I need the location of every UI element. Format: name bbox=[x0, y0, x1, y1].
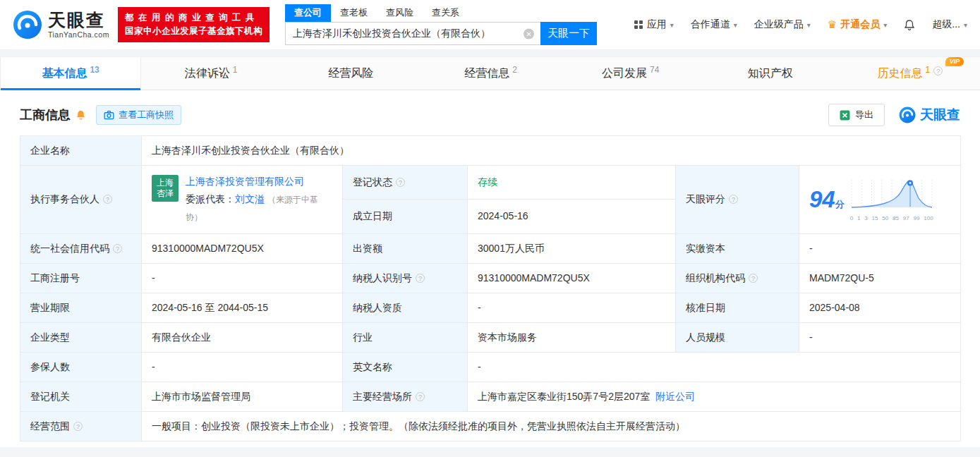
nav-cooperation[interactable]: 合作通道 ▾ bbox=[691, 18, 737, 31]
help-icon[interactable]: ? bbox=[729, 195, 738, 204]
rep-name-link[interactable]: 刘文溢 bbox=[235, 193, 265, 205]
label-cell: 英文名称 bbox=[343, 352, 468, 382]
search-tab-boss[interactable]: 查老板 bbox=[331, 4, 377, 22]
search-tab-risk[interactable]: 查风险 bbox=[377, 4, 423, 22]
help-icon[interactable]: ? bbox=[103, 195, 112, 204]
watermark-brand: 天眼查 bbox=[899, 106, 960, 124]
nav-apps[interactable]: 应用 ▾ bbox=[634, 18, 674, 31]
label-cell: 统一社会信用代码? bbox=[20, 233, 142, 263]
tab-label: 经营风险 bbox=[328, 66, 373, 81]
value-cell: 有限合伙企业 bbox=[142, 322, 343, 352]
partner-logo: 上海 杏泽 bbox=[152, 175, 179, 202]
field-label: 英文名称 bbox=[353, 361, 392, 372]
nearby-companies-link[interactable]: 附近公司 bbox=[655, 391, 695, 402]
insured-value: - bbox=[152, 361, 155, 372]
taxpayer-quality-value: - bbox=[478, 302, 481, 313]
page-tabs: 基本信息 13 法律诉讼 1 经营风险 经营信息 2 公司发展 74 知识产权 … bbox=[0, 56, 980, 90]
label-cell: 成立日期 bbox=[343, 200, 468, 233]
tab-legal[interactable]: 法律诉讼 1 bbox=[141, 57, 281, 90]
field-label: 统一社会信用代码 bbox=[30, 243, 109, 254]
nav-open-vip[interactable]: ♛ 开通会员 ▾ bbox=[828, 18, 887, 31]
tab-label: 经营信息 bbox=[464, 66, 509, 81]
tab-label: 知识产权 bbox=[748, 66, 793, 81]
snapshot-button[interactable]: 查看工商快照 bbox=[96, 105, 181, 125]
staff-value: - bbox=[809, 331, 813, 343]
value-cell: - bbox=[142, 352, 343, 382]
help-icon[interactable]: ? bbox=[396, 178, 405, 187]
tab-company-development[interactable]: 公司发展 74 bbox=[561, 57, 701, 90]
nav-enterprise-label: 企业级产品 bbox=[754, 18, 804, 31]
grid-icon bbox=[634, 20, 643, 30]
partner-company-link[interactable]: 上海杏泽投资管理有限公司 bbox=[186, 176, 304, 187]
help-icon[interactable]: ? bbox=[113, 244, 122, 253]
notification-bell[interactable] bbox=[904, 19, 915, 31]
label-cell: 实缴资本 bbox=[676, 233, 799, 263]
search-button[interactable]: 天眼一下 bbox=[540, 22, 597, 45]
watermark-brand-label: 天眼查 bbox=[920, 106, 960, 124]
nav-account[interactable]: 超级... ▾ bbox=[932, 18, 967, 31]
field-label: 工商注册号 bbox=[30, 272, 80, 284]
value-cell: - bbox=[142, 263, 343, 293]
label-cell: 经营范围? bbox=[20, 411, 142, 441]
tab-label: 基本信息 bbox=[42, 66, 87, 81]
partner-cell: 上海 杏泽 上海杏泽投资管理有限公司 委派代表：刘文溢 （来源于中基协） bbox=[142, 166, 343, 234]
subscribe-bell-icon[interactable] bbox=[75, 109, 86, 121]
help-icon[interactable]: ? bbox=[933, 66, 943, 75]
value-cell: 91310000MADM72QU5X bbox=[468, 263, 676, 293]
label-cell: 纳税人识别号? bbox=[343, 263, 468, 293]
tab-operation-risk[interactable]: 经营风险 bbox=[281, 57, 421, 90]
search-tab-company[interactable]: 查公司 bbox=[285, 4, 331, 22]
establish-date-value: 2024-05-16 bbox=[478, 210, 528, 221]
clear-search-icon[interactable]: ✕ bbox=[524, 28, 534, 39]
value-cell: 一般项目：创业投资（限投资未上市企业）；投资管理。（除依法须经批准的项目外，凭营… bbox=[142, 411, 961, 441]
field-label: 成立日期 bbox=[353, 210, 392, 221]
label-cell: 核准日期 bbox=[676, 293, 799, 322]
export-button[interactable]: 导出 bbox=[828, 104, 885, 126]
label-cell: 组织机构代码? bbox=[676, 263, 799, 293]
search-tab-relation[interactable]: 查关系 bbox=[423, 4, 468, 22]
label-cell: 登记状态? bbox=[343, 166, 468, 200]
chevron-down-icon: ▾ bbox=[670, 21, 674, 29]
tab-basic-info[interactable]: 基本信息 13 bbox=[0, 57, 141, 90]
help-icon[interactable]: ? bbox=[416, 392, 425, 401]
nav-account-label: 超级... bbox=[932, 18, 960, 31]
header-nav: 应用 ▾ 合作通道 ▾ 企业级产品 ▾ ♛ 开通会员 ▾ 超级... ▾ bbox=[634, 18, 967, 31]
help-icon[interactable]: ? bbox=[416, 274, 425, 283]
camera-icon bbox=[104, 110, 114, 120]
value-cell: 资本市场服务 bbox=[468, 322, 676, 352]
authority-value: 上海市市场监督管理局 bbox=[152, 391, 250, 402]
field-label: 出资额 bbox=[353, 243, 382, 254]
chevron-down-icon: ▾ bbox=[734, 21, 737, 29]
search-input[interactable] bbox=[285, 22, 540, 45]
value-cell: 2024-05-16 bbox=[468, 200, 676, 233]
field-label: 执行事务合伙人 bbox=[30, 193, 99, 205]
site-logo[interactable]: 天眼查 TianYanCha.com bbox=[13, 10, 109, 39]
excel-icon bbox=[840, 110, 850, 121]
capital-value: 30001万人民币 bbox=[478, 243, 545, 254]
label-cell: 营业期限 bbox=[20, 293, 142, 322]
paid-capital-value: - bbox=[809, 243, 813, 254]
snapshot-button-label: 查看工商快照 bbox=[119, 109, 174, 121]
tab-operation-info[interactable]: 经营信息 2 bbox=[421, 57, 560, 90]
field-label: 组织机构代码 bbox=[686, 272, 745, 284]
company-name-value: 上海杏泽川禾创业投资合伙企业（有限合伙） bbox=[152, 145, 349, 156]
score-distribution-chart: 01 315 5085 9799 100 bbox=[850, 176, 933, 223]
help-icon[interactable]: ? bbox=[73, 422, 83, 431]
value-cell: MADM72QU-5 bbox=[799, 263, 961, 293]
label-cell: 参保人数 bbox=[20, 352, 142, 382]
chevron-down-icon: ▾ bbox=[964, 21, 967, 29]
tianyancha-logo-icon bbox=[13, 10, 42, 39]
label-cell: 人员规模 bbox=[676, 322, 799, 352]
tab-intellectual-property[interactable]: 知识产权 bbox=[701, 57, 840, 90]
tab-history-info[interactable]: 历史信息 1 ? VIP bbox=[840, 57, 980, 90]
help-icon[interactable]: ? bbox=[749, 274, 758, 283]
row-company-type: 企业类型 有限合伙企业 行业 资本市场服务 人员规模 - bbox=[20, 322, 961, 352]
label-cell: 企业名称 bbox=[20, 136, 142, 166]
label-cell: 企业类型 bbox=[20, 322, 142, 352]
label-cell: 工商注册号 bbox=[20, 263, 142, 293]
label-cell: 执行事务合伙人? bbox=[20, 166, 142, 234]
nav-enterprise[interactable]: 企业级产品 ▾ bbox=[754, 18, 811, 31]
top-header: 天眼查 TianYanCha.com 都在用的商业查询工具 国家中小企业发展子基… bbox=[0, 0, 980, 49]
field-label: 主要经营场所 bbox=[353, 391, 412, 402]
field-label: 实缴资本 bbox=[686, 243, 725, 254]
